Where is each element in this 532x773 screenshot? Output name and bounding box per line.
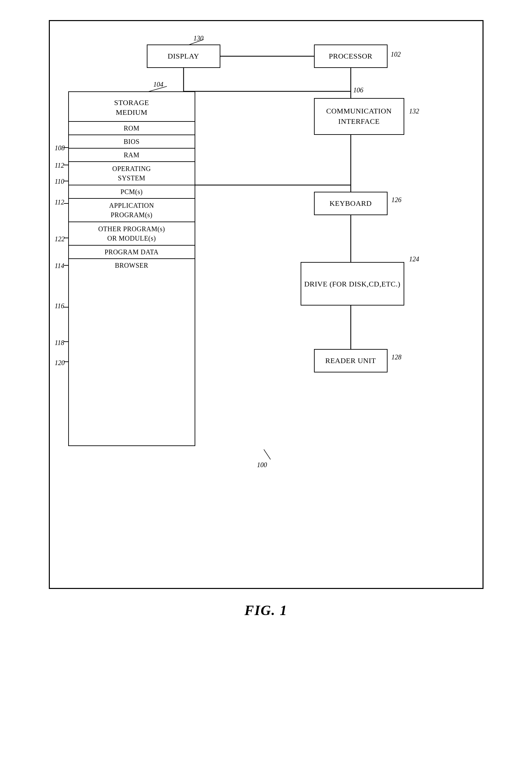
ref-110: 110 xyxy=(55,178,65,185)
processor-ref: 102 xyxy=(391,51,401,58)
storage-row-rom: ROM xyxy=(69,121,195,135)
processor-box: PROCESSOR xyxy=(314,45,388,68)
reader-ref: 128 xyxy=(392,353,402,361)
ref-112a: 112 xyxy=(55,162,65,169)
ref-116: 116 xyxy=(55,302,65,310)
ref-114: 114 xyxy=(55,262,65,270)
ref-118: 118 xyxy=(55,339,65,347)
page-content: DISPLAY 130 PROCESSOR 102 106 STORAGEMED… xyxy=(0,0,532,773)
drive-ref: 124 xyxy=(409,255,419,263)
storage-row-bios: BIOS xyxy=(69,135,195,148)
storage-medium-box: STORAGEMEDIUM ROM BIOS RAM OPERATINGSYST… xyxy=(68,91,195,446)
processor-label: PROCESSOR xyxy=(329,52,372,61)
diagram-container: DISPLAY 130 PROCESSOR 102 106 STORAGEMED… xyxy=(49,20,484,589)
storage-row-pcm: PCM(s) xyxy=(69,185,195,198)
display-box: DISPLAY xyxy=(147,45,220,68)
ref-108: 108 xyxy=(55,144,65,152)
storage-row-app: APPLICATIONPROGRAM(s) xyxy=(69,198,195,222)
ref-120: 120 xyxy=(55,359,65,367)
reader-label: READER UNIT xyxy=(325,356,376,366)
figure-label: FIG. 1 xyxy=(244,602,288,618)
storage-row-data: PROGRAM DATA xyxy=(69,245,195,258)
ref-122: 122 xyxy=(55,235,65,243)
comm-label: COMMUNICATION INTERFACE xyxy=(315,106,404,127)
display-label: DISPLAY xyxy=(168,52,199,61)
ref-112b: 112 xyxy=(55,198,65,206)
keyboard-ref: 126 xyxy=(392,196,402,204)
keyboard-box: KEYBOARD xyxy=(314,192,388,215)
reader-unit-box: READER UNIT xyxy=(314,349,388,372)
drive-box: DRIVE (FOR DISK,CD,ETC.) xyxy=(301,262,404,306)
comm-ref: 132 xyxy=(409,107,419,115)
storage-row-browser: BROWSER xyxy=(69,258,195,272)
svg-line-11 xyxy=(264,449,271,459)
bus-ref: 106 xyxy=(353,86,363,94)
keyboard-label: KEYBOARD xyxy=(329,199,371,208)
outer-ref: 100 xyxy=(257,461,267,469)
drive-label: DRIVE (FOR DISK,CD,ETC.) xyxy=(304,278,401,289)
storage-ref: 104 xyxy=(153,81,164,88)
storage-row-other: OTHER PROGRAM(s)OR MODULE(s) xyxy=(69,222,195,245)
storage-row-os: OPERATINGSYSTEM xyxy=(69,161,195,185)
display-ref: 130 xyxy=(194,34,204,42)
comm-interface-box: COMMUNICATION INTERFACE xyxy=(314,98,404,135)
storage-row-ram: RAM xyxy=(69,148,195,161)
storage-header: STORAGEMEDIUM xyxy=(69,92,195,121)
